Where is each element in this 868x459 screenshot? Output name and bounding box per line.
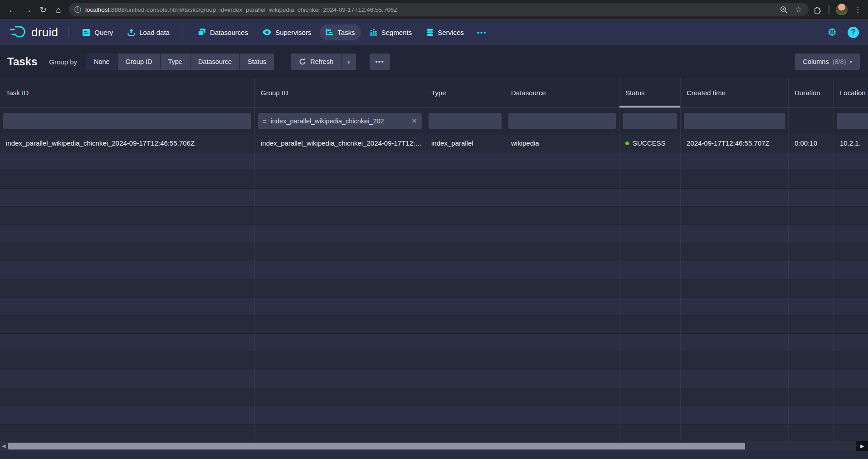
druid-brand[interactable]: druid [9,25,58,39]
empty-row [0,243,868,261]
site-info-icon[interactable]: ⓘ [74,5,81,14]
group-by-status-button[interactable]: Status [240,54,274,70]
empty-cell [681,352,789,370]
empty-cell [834,406,868,425]
nav-item-segments[interactable]: Segments [364,24,418,40]
scroll-right-button[interactable]: ▶ [856,441,868,451]
filter-cell-task-id [0,108,255,134]
nav-item-query[interactable]: Query [77,24,119,40]
empty-cell [255,152,425,171]
refresh-interval-caret-button[interactable]: ▾ [341,54,356,70]
column-header-duration[interactable]: Duration [789,78,834,107]
profile-avatar[interactable] [836,4,848,15]
empty-cell [0,298,255,316]
nav-more-icon[interactable]: ••• [473,24,492,40]
nav-item-datasources[interactable]: Datasources [192,24,254,40]
task-table: Task IDGroup IDTypeDatasourceStatusCreat… [0,78,868,443]
group-by-group-id-button[interactable]: Group ID [118,54,160,70]
nav-item-label: Services [438,29,464,36]
filter-input-type[interactable] [429,113,502,129]
status-success-dot [625,142,629,145]
scroll-left-icon[interactable]: ◀ [2,443,5,449]
empty-cell [619,334,681,352]
empty-cell [681,261,789,279]
column-header-status[interactable]: Status [619,78,681,107]
filter-clear-icon[interactable]: ✕ [411,117,417,125]
empty-row [0,261,868,279]
zoom-icon[interactable] [780,6,788,14]
empty-cell [255,225,425,243]
empty-row [0,171,868,189]
empty-cell [505,316,619,334]
column-header-task-id[interactable]: Task ID [0,78,255,107]
cell-text: index_parallel [431,139,473,147]
empty-cell [425,279,505,298]
column-header-group-id[interactable]: Group ID [255,78,425,107]
settings-gear-icon[interactable]: ⚙ [827,27,837,38]
reload-icon[interactable]: ↻ [35,5,51,14]
cell-status: SUCCESS [619,134,681,152]
empty-cell [425,225,505,243]
column-header-created-time[interactable]: Created time [681,78,789,107]
empty-cell [789,425,834,443]
empty-cell [834,334,868,352]
empty-cell [505,171,619,189]
empty-cell [619,279,681,298]
cell-group-id: index_parallel_wikipedia_chicnkei_2024-0… [255,134,425,152]
nav-item-tasks[interactable]: Tasks [320,24,361,40]
columns-button[interactable]: Columns (8/8) ▾ [795,54,860,70]
extensions-icon[interactable] [813,5,822,14]
more-actions-button[interactable]: ••• [370,54,390,70]
nav-item-label: Supervisors [275,29,311,36]
nav-item-services[interactable]: Services [420,24,470,40]
filter-input-location[interactable] [837,113,868,129]
empty-cell [619,152,681,171]
filter-tag-group-id[interactable]: =index_parallel_wikipedia_chicnkei_202✕ [258,113,422,129]
refresh-button[interactable]: Refresh [291,54,341,70]
url-path: :8888/unified-console.html#tasks/group_i… [109,6,397,13]
nav-item-supervisors[interactable]: Supervisors [257,24,317,40]
brand-name: druid [31,25,58,39]
help-icon[interactable]: ? [848,27,859,38]
empty-cell [834,243,868,261]
filter-input-task-id[interactable] [3,113,251,129]
empty-cell [681,189,789,207]
empty-cell [255,406,425,425]
empty-cell [681,370,789,388]
filter-input-status[interactable] [623,113,677,129]
column-header-location[interactable]: Location [834,78,868,107]
cell-created-time: 2024-09-17T12:46:55.707Z [681,134,789,152]
home-icon[interactable]: ⌂ [51,5,66,14]
table-row[interactable]: index_parallel_wikipedia_chicnkei_2024-0… [0,134,868,152]
column-header-type[interactable]: Type [425,78,505,107]
empty-cell [619,370,681,388]
refresh-split-button: Refresh ▾ [291,54,356,70]
empty-row [0,352,868,370]
empty-cell [619,352,681,370]
back-icon[interactable]: ← [5,5,20,14]
empty-cell [505,370,619,388]
empty-cell [0,370,255,388]
nav-item-label: Load data [139,29,170,36]
forward-icon[interactable]: → [20,5,35,14]
nav-item-load-data[interactable]: Load data [122,24,176,40]
column-header-datasource[interactable]: Datasource [505,78,619,107]
group-by-none-button[interactable]: None [86,54,117,70]
empty-cell [789,243,834,261]
tasks-view-header: Tasks Group by None Group ID Type Dataso… [0,45,868,78]
filter-input-created-time[interactable] [684,113,785,129]
filter-input-datasource[interactable] [508,113,616,129]
empty-cell [619,261,681,279]
scrollbar-thumb[interactable] [8,443,745,449]
browser-menu-icon[interactable]: ⋮ [854,5,862,15]
group-by-datasource-button[interactable]: Datasource [190,54,239,70]
empty-cell [505,388,619,406]
bookmark-star-icon[interactable]: ☆ [795,5,802,15]
empty-cell [789,171,834,189]
filter-cell-location [834,108,868,134]
url-bar[interactable]: ⓘ localhost:8888/unified-console.html#ta… [69,3,809,16]
group-by-type-button[interactable]: Type [161,54,190,70]
refresh-label: Refresh [310,58,333,65]
empty-cell [425,171,505,189]
horizontal-scrollbar[interactable]: ◀ ▶ [0,441,868,451]
